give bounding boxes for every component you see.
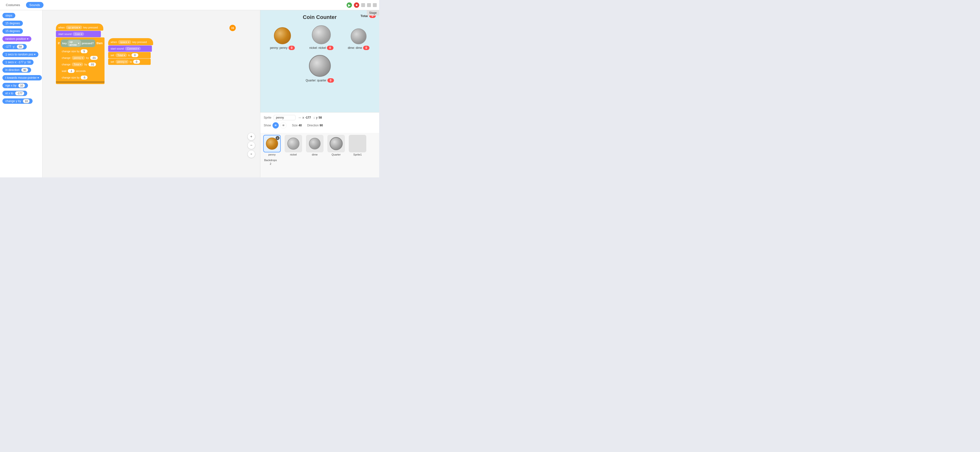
coord-y-group: ↕ y 58 bbox=[313, 116, 322, 119]
backdrops-info: Backdrops 2 bbox=[264, 158, 277, 165]
quarter-item: Quarter: quarter 0 bbox=[305, 55, 334, 83]
hat-block-up-arrow[interactable]: when up arrow key pressed bbox=[56, 24, 103, 30]
right-panel: Coin Counter Total 0 Stage penny: penny … bbox=[260, 10, 379, 177]
hat-block-space[interactable]: when space key pressed bbox=[108, 38, 153, 45]
zoom-controls: + − = bbox=[247, 133, 255, 158]
change-penny-block[interactable]: change penny by .01 bbox=[59, 55, 104, 61]
sprite-thumb-sprite1-img[interactable] bbox=[349, 135, 366, 152]
zoom-reset-button[interactable]: = bbox=[247, 150, 255, 158]
block-change-x[interactable]: nge x by 10 bbox=[0, 82, 42, 89]
key-dropdown[interactable]: up arrow bbox=[66, 25, 82, 29]
coin-sound-dropdown[interactable]: Coin bbox=[73, 32, 84, 36]
quarter-thumb-coin bbox=[329, 137, 343, 150]
block-direction[interactable]: in direction 90 bbox=[0, 66, 42, 74]
sprite-thumb-nickel[interactable]: nickel bbox=[284, 135, 303, 156]
sprite-info-row-1: Sprite ↔ x -177 ↕ y 58 bbox=[264, 115, 376, 120]
sprite-thumb-penny-img[interactable]: ✕ bbox=[263, 135, 281, 152]
tab-costumes[interactable]: Costumes bbox=[2, 2, 24, 8]
penny-thumb-label: penny bbox=[268, 153, 275, 156]
zoom-out-button[interactable]: − bbox=[247, 142, 255, 149]
stage-area: Coin Counter Total 0 Stage penny: penny … bbox=[260, 10, 379, 112]
quarter-coin bbox=[309, 55, 331, 77]
sprites-grid: ✕ penny nickel dime bbox=[262, 135, 377, 165]
if-block: if key up arrow pressed? then change siz… bbox=[56, 37, 105, 84]
top-bar-right: ▶ ■ bbox=[347, 2, 377, 8]
dime-coin bbox=[351, 29, 366, 44]
block-towards[interactable]: t towards mouse-pointer ▾ bbox=[0, 74, 42, 82]
hide-eye-button[interactable]: 👁 bbox=[280, 122, 286, 129]
dime-counter: dime: dime 0 bbox=[348, 46, 369, 50]
set-penny-block[interactable]: set penny to 0 bbox=[108, 59, 151, 65]
block-steps[interactable]: steps bbox=[0, 12, 42, 19]
start-sound-connect-block[interactable]: start sound Connect bbox=[108, 45, 152, 52]
space-key-dropdown[interactable]: space bbox=[118, 40, 131, 44]
sprite-info: Sprite ↔ x -177 ↕ y 58 Show 👁 👁 bbox=[260, 112, 379, 133]
quarter-value: 0 bbox=[328, 78, 334, 83]
condition-pill: key up arrow pressed? bbox=[61, 39, 95, 47]
start-sound-block[interactable]: start sound Coin bbox=[56, 31, 101, 37]
quarter-counter: Quarter: quarter 0 bbox=[305, 78, 334, 83]
total-zero-input[interactable]: 0 bbox=[132, 53, 138, 57]
total-val-input[interactable]: .01 bbox=[89, 62, 96, 66]
set-total-dropdown[interactable]: Total bbox=[115, 53, 127, 57]
green-flag-button[interactable]: ▶ bbox=[347, 2, 352, 8]
sprite-thumb-quarter-img[interactable] bbox=[328, 135, 345, 152]
penny-value: 0 bbox=[288, 46, 295, 50]
wait-input[interactable]: .1 bbox=[68, 69, 75, 73]
block-change-y[interactable]: change y by 10 bbox=[0, 97, 42, 105]
size-input[interactable]: 5 bbox=[81, 49, 88, 53]
show-eye-button[interactable]: 👁 bbox=[272, 122, 279, 129]
dime-value: 0 bbox=[363, 46, 370, 50]
block-secs-random[interactable]: 1 secs to random pos ▾ bbox=[0, 51, 42, 58]
sprite-name-input[interactable] bbox=[274, 115, 296, 120]
delete-penny-badge[interactable]: ✕ bbox=[275, 136, 280, 140]
nickel-thumb-coin bbox=[287, 138, 299, 150]
set-total-block[interactable]: set Total to 0 bbox=[108, 52, 151, 58]
coord-x-group: ↔ x -177 bbox=[298, 116, 311, 119]
change-size2-block[interactable]: change size by -5 bbox=[59, 74, 99, 81]
wait-block[interactable]: wait .1 seconds bbox=[59, 68, 99, 74]
set-penny-dropdown[interactable]: penny bbox=[115, 60, 129, 64]
sprite-thumb-dime[interactable]: dime bbox=[305, 135, 325, 156]
tab-sounds[interactable]: Sounds bbox=[26, 2, 43, 8]
block-xy[interactable]: -177 y: 58 bbox=[0, 43, 42, 51]
window-btn-3[interactable] bbox=[373, 3, 377, 7]
change-size-block[interactable]: change size by 5 bbox=[59, 48, 99, 54]
direction-group: Direction 90 bbox=[307, 124, 323, 127]
block-random-pos[interactable]: random position ▾ bbox=[0, 35, 42, 43]
sprite-thumb-penny[interactable]: ✕ penny bbox=[262, 135, 282, 156]
block-group-up-arrow: when up arrow key pressed start sound Co… bbox=[56, 24, 105, 84]
change-total-block[interactable]: change Total by .01 bbox=[59, 61, 104, 68]
total-var-dropdown[interactable]: Total bbox=[72, 62, 83, 66]
if-body: change size by 5 change penny by .01 cha… bbox=[59, 48, 105, 81]
show-group: Show 👁 👁 bbox=[264, 122, 286, 129]
block-degrees-2[interactable]: 15 degrees bbox=[0, 27, 42, 35]
up-arrow-dropdown[interactable]: up arrow bbox=[68, 40, 81, 47]
block-group-space: when space key pressed start sound Conne… bbox=[108, 38, 154, 65]
block-set-x[interactable]: et x to -177 bbox=[0, 89, 42, 97]
main-area: steps 15 degrees 15 degrees random posit… bbox=[0, 10, 379, 177]
sprite-thumb-dime-img[interactable] bbox=[306, 135, 323, 152]
connect-sound-dropdown[interactable]: Connect bbox=[125, 47, 141, 51]
stage-tab[interactable]: Stage bbox=[367, 10, 379, 16]
block-secs-xy[interactable]: 1 secs x: -177 y: 58 bbox=[0, 58, 42, 66]
size-group: Size 40 bbox=[292, 124, 302, 127]
nickel-thumb-label: nickel bbox=[290, 153, 297, 156]
canvas-orange-number: 15 bbox=[229, 25, 236, 31]
dime-thumb-coin bbox=[309, 138, 321, 150]
penny-val-input[interactable]: .01 bbox=[90, 56, 98, 60]
nickel-coin bbox=[312, 25, 331, 44]
block-degrees-1[interactable]: 15 degrees bbox=[0, 19, 42, 27]
penny-counter: penny: penny 0 bbox=[270, 46, 295, 50]
sprite-thumb-quarter[interactable]: Quarter bbox=[326, 135, 346, 156]
penny-var-dropdown[interactable]: penny bbox=[72, 56, 85, 60]
zoom-in-button[interactable]: + bbox=[247, 133, 255, 140]
size2-input[interactable]: -5 bbox=[81, 76, 88, 80]
window-btn-2[interactable] bbox=[367, 3, 371, 7]
sprite-thumb-nickel-img[interactable] bbox=[285, 135, 302, 152]
window-btn-1[interactable] bbox=[361, 3, 365, 7]
penny-item: penny: penny 0 bbox=[270, 27, 295, 50]
penny-zero-input[interactable]: 0 bbox=[133, 60, 140, 64]
sprite-thumb-sprite1[interactable]: Sprite1 bbox=[348, 135, 367, 156]
stop-button[interactable]: ■ bbox=[354, 2, 359, 8]
